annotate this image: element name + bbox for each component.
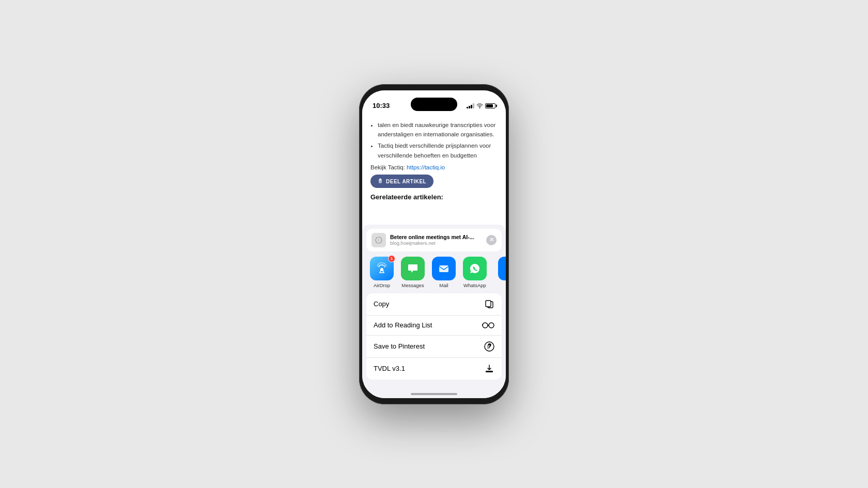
mail-label: Mail (439, 282, 448, 288)
tvdl-label: TVDL v3.1 (374, 365, 405, 372)
svg-rect-10 (486, 301, 491, 307)
copy-action[interactable]: Copy (366, 293, 502, 316)
status-time: 10:33 (373, 102, 390, 109)
messages-symbol (406, 262, 420, 275)
reading-list-label: Add to Reading List (374, 321, 432, 329)
preview-domain: blog.hoeijmakers.net (390, 240, 482, 246)
pinterest-label: Save to Pinterest (374, 342, 425, 350)
svg-point-0 (479, 107, 481, 108)
svg-point-11 (483, 323, 488, 328)
airdrop-symbol (375, 262, 389, 275)
airdrop-label: AirDrop (374, 282, 390, 288)
home-indicator (362, 384, 506, 398)
battery-icon (485, 103, 495, 108)
deel-artikel-label: DEEL ARTIKEL (386, 179, 426, 184)
share-app-whatsapp[interactable]: WhatsApp (459, 257, 490, 288)
close-preview-button[interactable]: ✕ (486, 235, 497, 245)
share-app-partial[interactable] (490, 257, 506, 288)
preview-text: Betere online meetings met AI-... blog.h… (390, 234, 482, 246)
signal-icon (467, 103, 474, 108)
tvdl-action[interactable]: TVDL v3.1 (366, 358, 502, 380)
svg-point-15 (485, 342, 494, 351)
airdrop-badge: 1 (388, 255, 395, 262)
related-heading: Gerelateerde artikelen: (370, 193, 498, 201)
share-apps-row: 1 AirDrop (362, 251, 506, 291)
share-preview: Betere online meetings met AI-... blog.h… (366, 229, 502, 251)
svg-rect-16 (486, 371, 493, 372)
deel-artikel-button[interactable]: DEEL ARTIKEL (370, 175, 433, 188)
article-body: talen en biedt nauwkeurige transcripties… (370, 120, 498, 161)
share-sheet: Betere online meetings met AI-... blog.h… (362, 225, 506, 398)
glasses-icon (482, 321, 494, 329)
status-icons (467, 103, 495, 108)
phone-frame: 10:33 (359, 84, 509, 404)
share-app-messages[interactable]: Messages (397, 257, 428, 288)
airdrop-icon: 1 (370, 257, 394, 280)
svg-line-14 (482, 324, 483, 325)
pinterest-action[interactable]: Save to Pinterest (366, 336, 502, 358)
preview-favicon (371, 233, 386, 247)
phone-screen: 10:33 (362, 90, 506, 398)
whatsapp-symbol (468, 262, 482, 275)
messages-icon (401, 257, 425, 280)
wifi-icon (476, 103, 483, 108)
share-small-icon (378, 178, 383, 184)
whatsapp-icon (463, 257, 487, 280)
pinterest-icon (484, 341, 494, 352)
article-content[interactable]: talen en biedt nauwkeurige transcripties… (362, 116, 506, 225)
article-link-row: Bekijk Tactiq: https://tactiq.io (370, 164, 498, 170)
reading-list-action[interactable]: Add to Reading List (366, 316, 502, 336)
copy-icon (484, 299, 494, 309)
mail-symbol (437, 262, 451, 275)
share-app-mail[interactable]: Mail (428, 257, 459, 288)
share-actions: Copy Add to Reading List (366, 293, 502, 380)
home-bar (411, 393, 457, 395)
partial-app-icon (498, 257, 506, 280)
svg-point-12 (489, 323, 494, 328)
tactiq-link[interactable]: https://tactiq.io (407, 164, 445, 170)
mail-icon (432, 257, 456, 280)
svg-rect-7 (439, 265, 448, 272)
preview-title: Betere online meetings met AI-... (390, 234, 482, 240)
messages-label: Messages (401, 282, 424, 288)
link-label: Bekijk Tactiq: (370, 164, 405, 170)
whatsapp-label: WhatsApp (463, 282, 486, 288)
share-app-airdrop[interactable]: 1 AirDrop (366, 257, 397, 288)
dynamic-island (411, 98, 457, 111)
download-icon (484, 364, 494, 374)
copy-label: Copy (374, 300, 389, 308)
